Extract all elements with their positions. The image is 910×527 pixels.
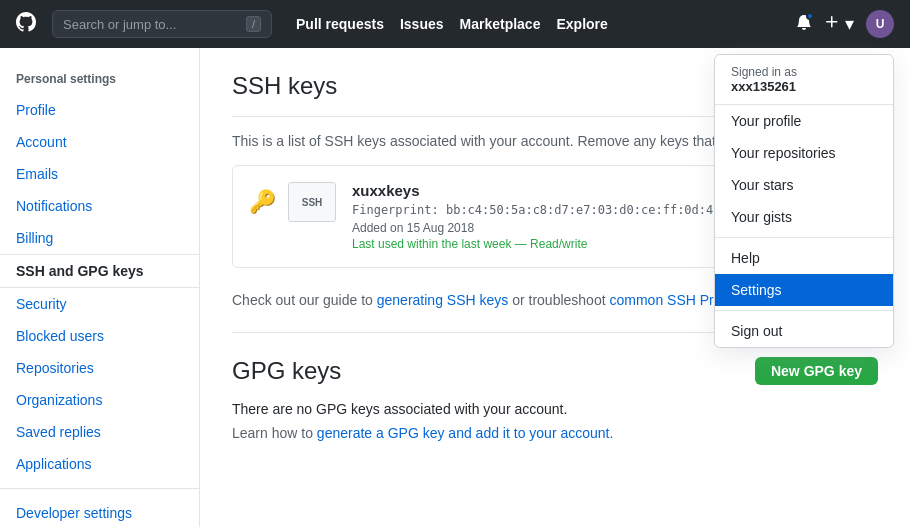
search-box[interactable]: Search or jump to... / bbox=[52, 10, 272, 38]
sidebar-item-blocked-users[interactable]: Blocked users bbox=[0, 320, 199, 352]
dropdown-your-gists[interactable]: Your gists bbox=[715, 201, 893, 233]
sidebar-item-developer-settings[interactable]: Developer settings bbox=[0, 497, 199, 527]
sidebar: Personal settings Profile Account Emails… bbox=[0, 48, 200, 527]
sidebar-item-notifications[interactable]: Notifications bbox=[0, 190, 199, 222]
ssh-badge: SSH bbox=[288, 182, 336, 222]
signed-in-as-label: Signed in as bbox=[731, 65, 877, 79]
sidebar-item-account[interactable]: Account bbox=[0, 126, 199, 158]
dropdown-your-stars[interactable]: Your stars bbox=[715, 169, 893, 201]
github-logo[interactable] bbox=[16, 10, 36, 38]
user-dropdown: Signed in as xxx135261 Your profile Your… bbox=[714, 54, 894, 348]
sidebar-item-emails[interactable]: Emails bbox=[0, 158, 199, 190]
dropdown-divider-1 bbox=[715, 237, 893, 238]
key-icon: 🔑 bbox=[249, 189, 276, 215]
gpg-section-title: GPG keys bbox=[232, 357, 341, 385]
sidebar-item-ssh-gpg[interactable]: SSH and GPG keys bbox=[0, 254, 199, 288]
sidebar-heading: Personal settings bbox=[0, 64, 199, 94]
search-kbd: / bbox=[246, 16, 261, 32]
dropdown-username: xxx135261 bbox=[731, 79, 877, 94]
new-gpg-key-button[interactable]: New GPG key bbox=[755, 357, 878, 385]
nav-pull-requests[interactable]: Pull requests bbox=[296, 16, 384, 32]
sidebar-item-saved-replies[interactable]: Saved replies bbox=[0, 416, 199, 448]
gpg-learn-link[interactable]: generate a GPG key and add it to your ac… bbox=[317, 425, 610, 441]
dropdown-divider-2 bbox=[715, 310, 893, 311]
header-nav: Pull requests Issues Marketplace Explore bbox=[296, 16, 608, 32]
sidebar-item-organizations[interactable]: Organizations bbox=[0, 384, 199, 416]
add-icon[interactable]: ▾ bbox=[824, 13, 854, 35]
notification-dot bbox=[806, 12, 814, 20]
nav-explore[interactable]: Explore bbox=[556, 16, 607, 32]
nav-issues[interactable]: Issues bbox=[400, 16, 444, 32]
dropdown-sign-out[interactable]: Sign out bbox=[715, 315, 893, 347]
notifications-icon[interactable] bbox=[796, 14, 812, 35]
avatar[interactable]: U bbox=[866, 10, 894, 38]
sidebar-item-profile[interactable]: Profile bbox=[0, 94, 199, 126]
dropdown-help[interactable]: Help bbox=[715, 242, 893, 274]
dropdown-settings[interactable]: Settings bbox=[715, 274, 893, 306]
dropdown-your-profile[interactable]: Your profile bbox=[715, 105, 893, 137]
avatar-wrapper: U Signed in as xxx135261 Your profile Yo… bbox=[866, 10, 894, 38]
generating-ssh-keys-link[interactable]: generating SSH keys bbox=[377, 292, 509, 308]
sidebar-divider bbox=[0, 488, 199, 489]
sidebar-item-repositories[interactable]: Repositories bbox=[0, 352, 199, 384]
gpg-learn-text: Learn how to generate a GPG key and add … bbox=[232, 425, 878, 441]
sidebar-item-security[interactable]: Security bbox=[0, 288, 199, 320]
gpg-empty-text: There are no GPG keys associated with yo… bbox=[232, 401, 878, 417]
header-right: ▾ U Signed in as xxx135261 Your profile … bbox=[796, 10, 894, 38]
search-placeholder: Search or jump to... bbox=[63, 17, 176, 32]
nav-marketplace[interactable]: Marketplace bbox=[460, 16, 541, 32]
dropdown-your-repositories[interactable]: Your repositories bbox=[715, 137, 893, 169]
header: Search or jump to... / Pull requests Iss… bbox=[0, 0, 910, 48]
sidebar-item-applications[interactable]: Applications bbox=[0, 448, 199, 480]
sidebar-item-billing[interactable]: Billing bbox=[0, 222, 199, 254]
dropdown-header: Signed in as xxx135261 bbox=[715, 55, 893, 105]
